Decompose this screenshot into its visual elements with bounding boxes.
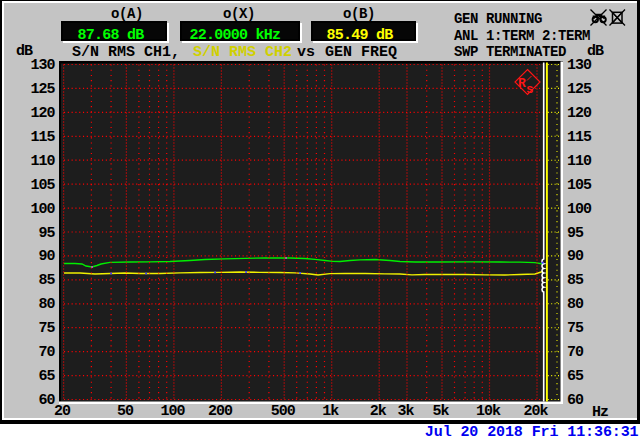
svg-text:R: R — [518, 76, 526, 91]
svg-text:S: S — [527, 83, 534, 95]
